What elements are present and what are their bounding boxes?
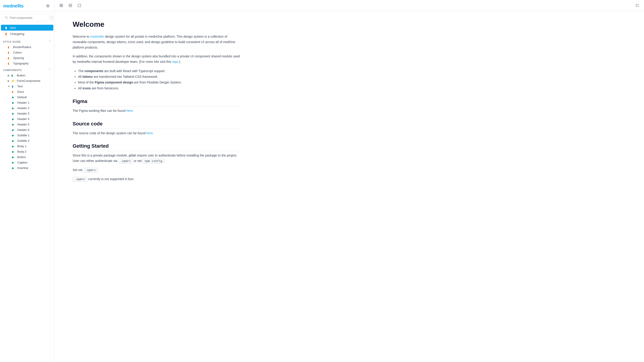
npm-config-code: npm config [142,159,164,164]
sidebar-item-caption[interactable]: ◆ Caption [1,160,53,165]
sidebar-item-intro-label: Intro [10,26,16,29]
intro-paragraph-1: Welcome to mednefits design system for a… [72,34,240,50]
toolbar-left [58,2,82,8]
svg-rect-2 [62,6,63,7]
list-item: The components are built with React with… [78,68,240,74]
feature-list: The components are built with React with… [78,68,240,91]
source-here-link[interactable]: here [146,131,153,135]
npmrc-code: .npmrc [118,159,133,164]
sidebar-item-header5[interactable]: ◆ Header 5 [1,122,53,127]
expand-icon: ▶ [8,80,10,82]
sidebar-item-typography[interactable]: ▮ Typography [1,61,53,66]
sidebar-item-button-text[interactable]: ◆ Button [1,154,53,160]
sidebar-item-overline[interactable]: ◆ Overline [1,165,53,171]
set-via-paragraph: Set via .npmrc [72,167,240,173]
folder-icon: 📁 [11,79,15,82]
sidebar-item-text-docs-label: Docs [17,90,24,93]
page-icon: ▮ [8,45,11,49]
chevron-down-icon: ⌃ [48,68,51,72]
sidebar-item-text-default[interactable]: ◆ Default [1,95,53,100]
search-input[interactable] [10,16,48,19]
sidebar-item-subtitle1[interactable]: ◆ Subtitle 1 [1,133,53,138]
npmrc-bun-code: .npmrc [72,177,87,182]
page-icon: ▮ [8,51,11,54]
repo-link[interactable]: repo [172,60,178,63]
components-items: ▶ ▮ Button ▶ 📁 FormComponents ▼ ▮ Text ▮… [0,73,54,171]
sidebar-item-header6-label: Header 6 [17,128,29,132]
page-icon: ▮ [4,32,8,36]
toolbar [54,0,644,11]
style-guide-section[interactable]: STYLE GUIDE ⌃ [0,38,54,44]
list-item: All tokens are transformed into Tailwind… [78,74,240,80]
bun-note-paragraph: .npmrc currently is not supported in bun… [72,176,240,182]
sidebar-item-body1[interactable]: ◆ Body 1 [1,144,53,149]
sidebar-item-subtitle2[interactable]: ◆ Subtitle 2 [1,138,53,143]
intro-paragraph-2: In addition, the components shown in the… [72,54,240,65]
figma-here-link[interactable]: here [126,109,133,112]
sidebar-item-form-components[interactable]: ▶ 📁 FormComponents [1,78,53,83]
sidebar-item-text[interactable]: ▼ ▮ Text [1,84,53,89]
sidebar-item-button[interactable]: ▶ ▮ Button [1,73,53,78]
content-area: Welcome Welcome to mednefits design syst… [54,11,259,362]
sidebar-item-colors[interactable]: ▮ Colors [1,50,53,55]
svg-rect-5 [69,6,72,7]
component-icon: ◆ [12,161,16,164]
sidebar-item-header1[interactable]: ◆ Header 1 [1,100,53,105]
sidebar-item-intro[interactable]: ▮ Intro [1,25,53,31]
source-code-section-title: Source code [72,121,240,129]
sidebar-item-header4-label: Header 4 [17,117,29,121]
set-via-npmrc-code: .npmrc [83,168,98,173]
expand-button[interactable] [634,2,640,8]
sidebar-item-body2[interactable]: ◆ Body 2 [1,149,53,154]
folder-icon: ▮ [11,74,15,77]
sidebar-item-spacing[interactable]: ▮ Spacing [1,55,53,60]
component-icon: ◆ [12,123,16,126]
component-icon: ◆ [12,128,16,132]
settings-button[interactable] [45,3,51,9]
component-icon: ◆ [12,166,16,170]
svg-rect-0 [60,4,61,5]
chevron-down-icon: ⌃ [48,40,51,43]
search-icon [5,16,8,20]
sidebar-header: mednefits [0,0,54,12]
sidebar-item-changelog[interactable]: ▮ Changelog [1,31,53,37]
page-icon: ▮ [4,26,8,29]
sidebar-item-header6[interactable]: ◆ Header 6 [1,127,53,132]
sidebar-item-text-default-label: Default [17,95,26,99]
components-label: COMPONENTS [3,69,22,71]
main-content: Welcome Welcome to mednefits design syst… [54,0,644,362]
sidebar-item-header4[interactable]: ◆ Header 4 [1,116,53,122]
page-icon: ▮ [8,62,11,65]
grid-large-button[interactable] [76,2,82,8]
sidebar-item-header3[interactable]: ◆ Header 3 [1,111,53,116]
grid-medium-button[interactable] [67,2,74,8]
search-bar[interactable]: / [2,14,52,21]
logo-text: mednefits [3,3,24,8]
grid-small-button[interactable] [58,2,64,8]
sidebar-item-border-radius[interactable]: ▮ BorderRadius [1,44,53,50]
mednefits-link[interactable]: mednefits [90,35,104,38]
list-item: All icons are from heroicons. [78,85,240,91]
sidebar-item-text-label: Text [17,85,23,88]
components-section[interactable]: COMPONENTS ⌃ [0,66,54,73]
figma-paragraph: The Figma working files can be found her… [72,108,240,114]
search-shortcut: / [50,16,53,20]
sidebar-item-header2[interactable]: ◆ Header 2 [1,105,53,111]
sidebar-item-overline-label: Overline [17,166,28,170]
component-icon: ◆ [12,107,16,110]
list-item: Most of the Figma component design are f… [78,80,240,85]
sidebar-item-subtitle2-label: Subtitle 2 [17,139,30,142]
sidebar-item-header1-label: Header 1 [17,101,29,104]
svg-rect-1 [62,4,63,5]
sidebar-item-colors-label: Colors [13,51,22,54]
sidebar-item-button-label: Button [17,74,26,77]
getting-started-paragraph: Since this is a private package module, … [72,153,240,164]
component-icon: ◆ [12,156,16,159]
sidebar-item-text-docs[interactable]: ▮ Docs [1,89,53,94]
component-icon: ◆ [12,112,16,115]
getting-started-title: Getting Started [72,143,240,151]
page-title: Welcome [72,20,240,28]
sidebar-item-body1-label: Body 1 [17,144,26,148]
sidebar-item-header3-label: Header 3 [17,112,29,115]
component-icon: ◆ [12,101,16,104]
